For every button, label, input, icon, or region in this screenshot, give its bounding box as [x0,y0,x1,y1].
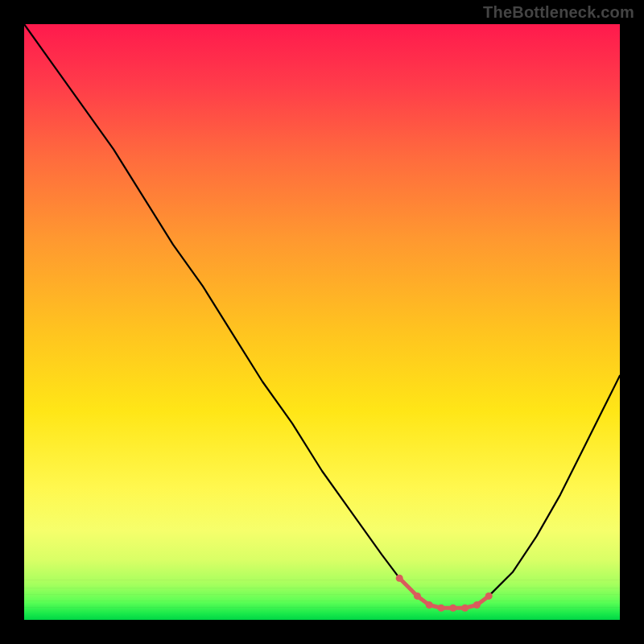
chart-frame: TheBottleneck.com [0,0,644,644]
plot-area [24,24,620,620]
watermark-text: TheBottleneck.com [483,3,634,22]
optimal-range-markers [24,24,620,620]
